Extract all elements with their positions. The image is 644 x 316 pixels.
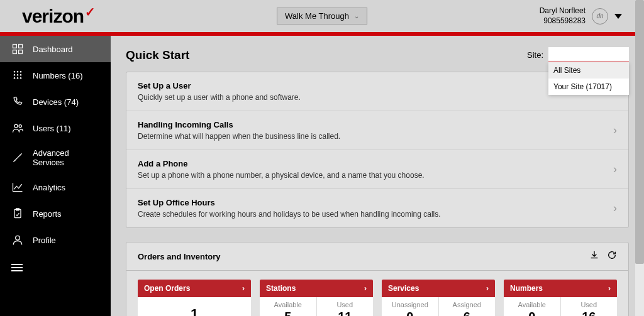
svg-rect-2 — [13, 50, 17, 54]
logo-checkmark-icon: ✓ — [85, 4, 95, 19]
grid-icon — [11, 43, 24, 55]
tools-icon — [11, 151, 24, 164]
logo-text: verizon — [22, 6, 84, 27]
inv-cell-value: 11 — [319, 310, 371, 316]
logo[interactable]: verizon ✓ — [22, 6, 95, 27]
qs-row-add-phone[interactable]: Add a Phone Set up a phone with a phone … — [126, 150, 628, 189]
inv-cell-value: 0 — [506, 310, 558, 316]
user-menu[interactable]: Daryl Norfleet 9085598283 dn — [540, 6, 622, 26]
svg-rect-3 — [19, 50, 23, 54]
sidebar-label: Dashboard — [33, 45, 73, 54]
sidebar-item-dashboard[interactable]: Dashboard — [0, 36, 111, 62]
qs-row-desc: Set up a phone with a phone number, a ph… — [138, 171, 613, 180]
svg-point-7 — [14, 74, 16, 76]
users-icon — [11, 122, 24, 134]
svg-rect-0 — [13, 45, 17, 48]
chevron-right-icon: › — [486, 284, 489, 293]
walk-me-through-dropdown[interactable]: Walk Me Through ⌄ — [277, 8, 367, 25]
site-option-your[interactable]: Your Site (17017) — [548, 79, 629, 95]
user-info: Daryl Norfleet 9085598283 — [540, 6, 586, 26]
inv-card-services[interactable]: Services› Unassigned0 Assigned6 — [382, 280, 495, 316]
page-scrollbar[interactable] — [635, 0, 644, 316]
inv-cell-label: Used — [564, 301, 615, 308]
svg-point-14 — [19, 125, 21, 128]
inv-card-title: Numbers — [510, 284, 543, 293]
inv-cell-label: Unassigned — [384, 301, 436, 308]
inv-cell-label: Assigned — [441, 301, 493, 308]
svg-point-8 — [17, 74, 19, 76]
refresh-icon[interactable] — [607, 250, 617, 263]
sidebar-label: Advanced Services — [33, 148, 99, 167]
qs-row-title: Add a Phone — [138, 159, 613, 168]
sidebar-item-profile[interactable]: Profile — [0, 227, 111, 253]
qs-row-title: Set Up a User — [138, 81, 613, 90]
svg-point-11 — [17, 77, 19, 79]
sidebar-item-reports[interactable]: Reports — [0, 200, 111, 227]
inv-card-numbers[interactable]: Numbers› Available0 Used16 — [504, 280, 617, 316]
chevron-right-icon: › — [242, 284, 245, 293]
sidebar-item-analytics[interactable]: Analytics — [0, 174, 111, 200]
user-name: Daryl Norfleet — [540, 6, 586, 16]
main-content: Quick Start Site: All Sites Your Site (1… — [111, 36, 644, 316]
sidebar: Dashboard Numbers (16) Devices (74) User… — [0, 36, 111, 316]
qs-row-office-hours[interactable]: Set Up Office Hours Create schedules for… — [126, 189, 628, 227]
download-icon[interactable] — [589, 250, 599, 263]
inv-card-open-orders[interactable]: Open Orders› 1 — [138, 280, 251, 316]
chevron-right-icon: › — [613, 163, 617, 176]
scrollbar-thumb[interactable] — [635, 0, 644, 264]
site-selector: Site: All Sites Your Site (17017) — [527, 47, 629, 63]
inv-card-title: Services — [388, 284, 419, 293]
walk-through-label: Walk Me Through — [285, 11, 349, 21]
sidebar-label: Reports — [33, 209, 62, 219]
inv-cell-label: Used — [319, 301, 371, 308]
inventory-title: Orders and Inventory — [138, 252, 582, 261]
quick-start-card: Set Up a User Quickly set up a user with… — [126, 72, 629, 228]
inventory-section: Orders and Inventory Open Orders› 1 Stat… — [126, 242, 629, 316]
chevron-right-icon: › — [608, 284, 611, 293]
svg-point-12 — [20, 77, 22, 79]
chevron-down-icon: ⌄ — [354, 13, 359, 19]
site-option-all[interactable]: All Sites — [548, 62, 629, 79]
chevron-right-icon: › — [613, 202, 617, 215]
avatar: dn — [592, 8, 608, 25]
sidebar-item-users[interactable]: Users (11) — [0, 115, 111, 141]
inv-cell-value: 5 — [262, 310, 314, 316]
sidebar-item-devices[interactable]: Devices (74) — [0, 89, 111, 115]
dialpad-icon — [11, 69, 24, 82]
caret-down-icon[interactable] — [614, 14, 622, 19]
clipboard-icon — [11, 207, 24, 220]
svg-rect-1 — [19, 45, 23, 48]
inv-card-title: Open Orders — [144, 284, 190, 293]
sidebar-label: Devices (74) — [33, 97, 79, 107]
sidebar-label: Users (11) — [33, 124, 71, 133]
inv-cell-value: 0 — [384, 310, 436, 316]
svg-point-9 — [20, 74, 22, 76]
qs-row-incoming-calls[interactable]: Handling Incoming Calls Determine what w… — [126, 111, 628, 150]
inv-cell-label: Available — [262, 301, 314, 308]
sidebar-label: Analytics — [33, 183, 65, 192]
hamburger-menu-icon[interactable] — [0, 253, 111, 282]
inv-cell-value: 16 — [564, 310, 615, 316]
header: verizon ✓ Walk Me Through ⌄ Daryl Norfle… — [0, 0, 644, 32]
inv-cell-value: 6 — [441, 310, 493, 316]
chevron-right-icon: › — [613, 124, 617, 137]
inv-card-title: Stations — [266, 284, 296, 293]
inv-value: 1 — [138, 297, 251, 316]
sidebar-label: Profile — [33, 236, 56, 245]
site-input[interactable] — [548, 47, 629, 63]
svg-point-6 — [20, 71, 22, 73]
sidebar-item-advanced[interactable]: Advanced Services — [0, 141, 111, 174]
user-id: 9085598283 — [540, 16, 586, 26]
svg-point-17 — [16, 236, 20, 240]
qs-row-title: Handling Incoming Calls — [138, 120, 613, 129]
svg-point-4 — [14, 71, 16, 73]
chart-icon — [11, 181, 24, 193]
inv-card-stations[interactable]: Stations› Available5 Used11 — [260, 280, 373, 316]
sidebar-label: Numbers (16) — [33, 71, 82, 80]
page-title: Quick Start — [126, 48, 189, 62]
qs-row-desc: Determine what will happen when the busi… — [138, 132, 613, 141]
sidebar-item-numbers[interactable]: Numbers (16) — [0, 62, 111, 89]
site-label: Site: — [527, 50, 543, 60]
qs-row-desc: Quickly set up a user with a phone and s… — [138, 93, 613, 102]
qs-row-desc: Create schedules for working hours and h… — [138, 210, 613, 219]
